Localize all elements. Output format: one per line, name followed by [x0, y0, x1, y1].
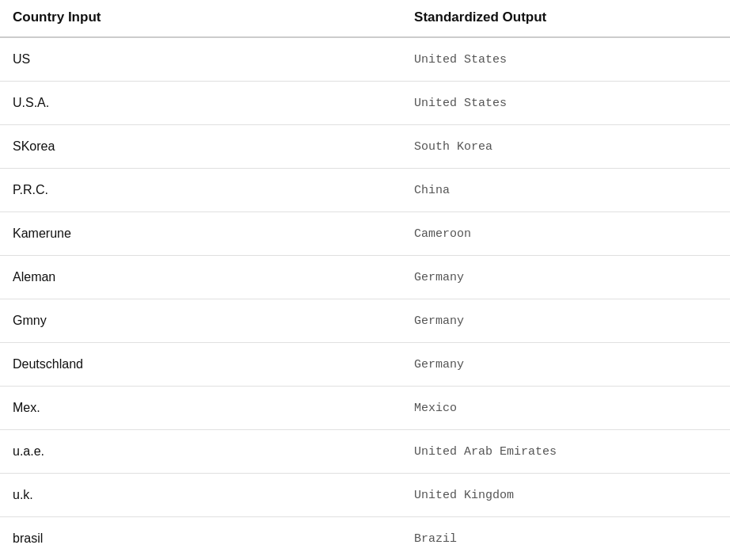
table-row: USUnited States — [0, 37, 730, 82]
country-input-cell: P.R.C. — [0, 169, 401, 212]
standardized-output-cell: United States — [401, 37, 730, 82]
country-input-cell: U.S.A. — [0, 82, 401, 125]
table-header-row: Country Input Standardized Output — [0, 0, 730, 37]
standardized-output-cell: Germany — [401, 299, 730, 343]
standardized-output-cell: Germany — [401, 343, 730, 387]
column-header-output: Standardized Output — [401, 0, 730, 37]
country-input-cell: Gmny — [0, 299, 401, 343]
country-input-cell: US — [0, 37, 401, 82]
standardized-output-cell: Cameroon — [401, 212, 730, 256]
column-header-input: Country Input — [0, 0, 401, 37]
table-row: brasilBrazil — [0, 517, 730, 561]
table-row: AlemanGermany — [0, 256, 730, 299]
standardized-output-cell: Germany — [401, 256, 730, 299]
country-input-cell: Aleman — [0, 256, 401, 299]
table-row: DeutschlandGermany — [0, 343, 730, 387]
standardized-output-cell: South Korea — [401, 125, 730, 169]
standardized-output-cell: United Arab Emirates — [401, 430, 730, 474]
table-row: GmnyGermany — [0, 299, 730, 343]
country-input-cell: u.k. — [0, 474, 401, 517]
table-row: SKoreaSouth Korea — [0, 125, 730, 169]
table-row: U.S.A.United States — [0, 82, 730, 125]
standardized-output-cell: Brazil — [401, 517, 730, 561]
country-standardization-table: Country Input Standardized Output USUnit… — [0, 0, 730, 560]
country-input-cell: Kamerune — [0, 212, 401, 256]
country-input-cell: SKorea — [0, 125, 401, 169]
country-input-cell: Deutschland — [0, 343, 401, 387]
table-row: u.k.United Kingdom — [0, 474, 730, 517]
country-input-cell: Mex. — [0, 387, 401, 430]
country-input-cell: u.a.e. — [0, 430, 401, 474]
standardized-output-cell: Mexico — [401, 387, 730, 430]
table-row: P.R.C.China — [0, 169, 730, 212]
standardized-output-cell: China — [401, 169, 730, 212]
table-row: u.a.e.United Arab Emirates — [0, 430, 730, 474]
standardized-output-cell: United Kingdom — [401, 474, 730, 517]
country-input-cell: brasil — [0, 517, 401, 561]
table-row: KameruneCameroon — [0, 212, 730, 256]
standardized-output-cell: United States — [401, 82, 730, 125]
table-row: Mex.Mexico — [0, 387, 730, 430]
